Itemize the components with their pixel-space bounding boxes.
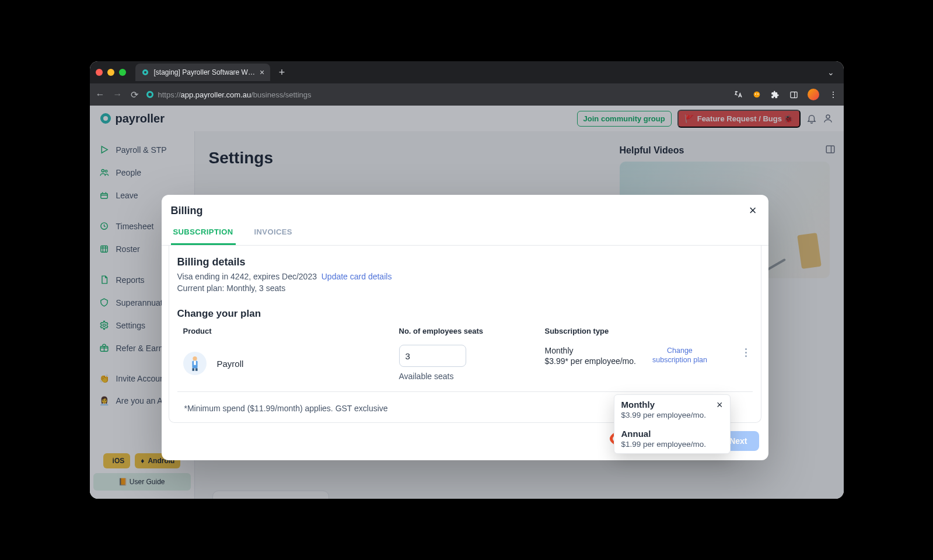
subscription-label: Monthly bbox=[545, 346, 636, 355]
dropdown-annual-title: Annual bbox=[621, 429, 723, 439]
svg-rect-20 bbox=[195, 368, 197, 371]
clap-icon: 👏 bbox=[99, 374, 109, 383]
subscription-dropdown: Monthly $3.99 per employee/mo. × Annual … bbox=[614, 394, 731, 454]
product-avatar-icon bbox=[183, 352, 207, 375]
feature-request-button[interactable]: 🚩 Feature Request / Bugs 🐞 bbox=[677, 110, 801, 128]
svg-point-1 bbox=[755, 93, 756, 94]
url-scheme: https:// bbox=[158, 90, 181, 99]
dropdown-annual-sub: $1.99 per employee/mo. bbox=[621, 440, 723, 449]
modal-tabs: SUBSCRIPTION INVOICES bbox=[162, 228, 768, 246]
collapse-panel-icon[interactable] bbox=[825, 144, 836, 155]
app-header: payroller Join community group 🚩 Feature… bbox=[90, 106, 844, 131]
dropdown-close-icon[interactable]: × bbox=[717, 400, 723, 410]
dropdown-option-monthly[interactable]: Monthly $3.99 per employee/mo. × bbox=[614, 395, 730, 424]
dropdown-option-annual[interactable]: Annual $1.99 per employee/mo. bbox=[614, 424, 730, 453]
addons-card[interactable]: Add-ons Integrate with Xero, MYOB & Payp… bbox=[212, 491, 329, 499]
sidebar-item-label: Roster bbox=[116, 244, 140, 254]
sidebar-item-label: Reports bbox=[116, 275, 145, 285]
browser-tab[interactable]: [staging] Payroller Software W… × bbox=[135, 64, 271, 81]
logo-mark-icon bbox=[100, 113, 111, 124]
window-controls bbox=[96, 69, 126, 76]
browser-window: [staging] Payroller Software W… × + ⌄ ← … bbox=[90, 61, 844, 499]
svg-point-7 bbox=[102, 170, 104, 172]
face-icon: 👩‍💼 bbox=[99, 396, 109, 405]
product-row: Payroll bbox=[183, 352, 399, 375]
col-seats: No. of employees seats bbox=[399, 327, 545, 342]
extensions-menu-icon[interactable] bbox=[770, 89, 781, 100]
svg-rect-9 bbox=[100, 194, 107, 199]
android-icon: ♦ bbox=[141, 457, 144, 465]
sidebar-item-label: Timesheet bbox=[116, 222, 154, 231]
tab-title: [staging] Payroller Software W… bbox=[154, 68, 255, 76]
svg-point-16 bbox=[193, 356, 197, 360]
svg-point-8 bbox=[105, 170, 107, 173]
app-viewport: payroller Join community group 🚩 Feature… bbox=[90, 106, 844, 499]
book-icon: 📙 bbox=[118, 478, 127, 486]
billing-modal: Billing × SUBSCRIPTION INVOICES Billing … bbox=[162, 195, 768, 460]
tab-subscription[interactable]: SUBSCRIPTION bbox=[171, 228, 236, 245]
profile-avatar-icon[interactable] bbox=[808, 89, 819, 100]
close-window-icon[interactable] bbox=[96, 69, 103, 76]
new-tab-button[interactable]: + bbox=[274, 64, 290, 80]
page-title: Settings bbox=[209, 149, 608, 167]
change-plan-title: Change your plan bbox=[177, 308, 753, 320]
row-menu-icon[interactable] bbox=[738, 348, 755, 357]
forward-button[interactable]: → bbox=[113, 89, 123, 100]
current-plan: Current plan: Monthly, 3 seats bbox=[177, 284, 753, 293]
tabs-dropdown-icon[interactable]: ⌄ bbox=[824, 68, 838, 77]
translate-icon[interactable] bbox=[733, 89, 743, 100]
sidebar-item-payroll[interactable]: Payroll & STP bbox=[90, 138, 194, 161]
card-line: Visa ending in 4242, expires Dec/2023 bbox=[177, 272, 317, 281]
helpful-videos-title: Helpful Videos bbox=[620, 145, 830, 156]
brand-logo[interactable]: payroller bbox=[100, 112, 165, 125]
sidebar-item-label: People bbox=[116, 168, 142, 177]
col-sub: Subscription type bbox=[545, 327, 738, 342]
bell-icon[interactable] bbox=[806, 113, 817, 124]
user-icon[interactable] bbox=[823, 113, 833, 124]
brand-text: payroller bbox=[116, 112, 165, 125]
browser-toolbar: ← → ⟳ https://app.payroller.com.au/busin… bbox=[90, 83, 844, 106]
subscription-price: $3.99* per employee/mo. bbox=[545, 356, 636, 366]
address-bar[interactable]: https://app.payroller.com.au/business/se… bbox=[146, 90, 725, 99]
svg-point-2 bbox=[757, 93, 759, 94]
reload-button[interactable]: ⟳ bbox=[131, 89, 138, 100]
user-guide-link[interactable]: 📙 User Guide bbox=[93, 473, 191, 491]
svg-rect-19 bbox=[192, 368, 194, 371]
dropdown-monthly-sub: $3.99 per employee/mo. bbox=[621, 411, 707, 419]
extension-icons: ⋮ bbox=[733, 89, 838, 100]
browser-menu-icon[interactable]: ⋮ bbox=[827, 89, 838, 100]
url-path: /business/settings bbox=[251, 90, 311, 99]
svg-rect-14 bbox=[826, 146, 834, 153]
product-name: Payroll bbox=[217, 359, 244, 369]
titlebar: [staging] Payroller Software W… × + ⌄ bbox=[90, 61, 844, 83]
sidebar-item-label: Settings bbox=[116, 321, 146, 330]
svg-point-0 bbox=[753, 92, 760, 98]
back-button[interactable]: ← bbox=[96, 89, 105, 100]
tab-close-icon[interactable]: × bbox=[260, 68, 264, 77]
update-card-link[interactable]: Update card details bbox=[322, 272, 392, 281]
seats-note: Available seats bbox=[399, 372, 545, 381]
url-host: app.payroller.com.au bbox=[181, 90, 251, 99]
sidebar-item-people[interactable]: People bbox=[90, 161, 194, 184]
svg-point-12 bbox=[103, 324, 105, 326]
extension-icon[interactable] bbox=[752, 89, 762, 100]
svg-rect-3 bbox=[791, 92, 797, 97]
ios-badge[interactable]: iOS bbox=[103, 453, 131, 468]
url-favicon-icon bbox=[146, 91, 153, 98]
change-subscription-link[interactable]: Change subscription plan bbox=[648, 346, 712, 366]
dropdown-monthly-title: Monthly bbox=[621, 400, 707, 410]
col-product: Product bbox=[183, 327, 399, 342]
modal-close-button[interactable]: × bbox=[749, 204, 757, 217]
svg-point-5 bbox=[826, 115, 830, 118]
minimize-window-icon[interactable] bbox=[107, 69, 114, 76]
panel-icon[interactable] bbox=[789, 89, 799, 100]
flag-icon: 🚩 bbox=[684, 114, 694, 123]
maximize-window-icon[interactable] bbox=[119, 69, 126, 76]
tab-favicon-icon bbox=[141, 68, 149, 76]
tab-invoices[interactable]: INVOICES bbox=[252, 228, 295, 245]
seats-input[interactable] bbox=[399, 345, 466, 367]
join-community-button[interactable]: Join community group bbox=[577, 111, 672, 127]
modal-title: Billing bbox=[171, 205, 203, 217]
svg-rect-11 bbox=[100, 246, 107, 253]
sidebar-item-label: Payroll & STP bbox=[116, 145, 167, 155]
